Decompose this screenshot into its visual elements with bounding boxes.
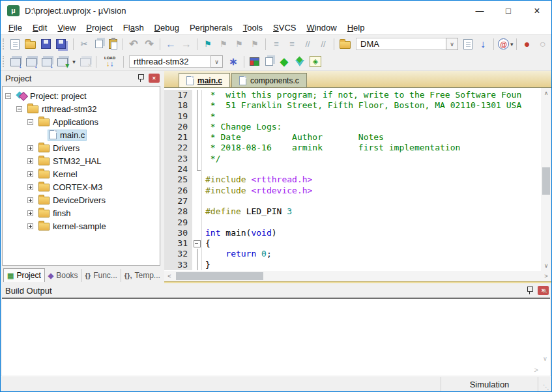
disable-breakpoint-icon[interactable]: ○ xyxy=(536,38,550,51)
scroll-right-icon[interactable]: > xyxy=(541,271,551,281)
project-tree[interactable]: Project: projectrtthread-stm32Applicatio… xyxy=(2,86,160,266)
tab-functions[interactable]: {}Func... xyxy=(82,269,121,282)
editor-tab-main-c[interactable]: main.c xyxy=(179,73,230,87)
batch-build-dropdown-icon[interactable]: ▾ xyxy=(70,55,78,68)
collapse-icon[interactable] xyxy=(16,106,22,112)
collapse-icon[interactable] xyxy=(27,119,33,125)
tree-item-main-c[interactable]: main.c xyxy=(3,128,160,141)
expand-icon[interactable] xyxy=(27,223,33,229)
code-area[interactable]: 17 * with this program; if not, write to… xyxy=(164,88,541,271)
hscroll-thumb[interactable] xyxy=(176,272,263,280)
menu-help[interactable]: Help xyxy=(342,21,370,34)
expand-icon[interactable] xyxy=(27,145,33,151)
tree-item-kernel-sample[interactable]: kernel-sample xyxy=(3,219,160,232)
select-packs-icon[interactable] xyxy=(295,60,304,66)
translate-icon[interactable]: ↓ xyxy=(10,58,21,66)
next-bookmark-icon[interactable]: ⚑ xyxy=(232,38,246,51)
maximize-button[interactable]: □ xyxy=(494,1,523,21)
toolbar-grip[interactable] xyxy=(3,38,5,49)
scroll-up-icon[interactable]: ∧ xyxy=(543,287,547,294)
fold-collapse-icon[interactable] xyxy=(193,238,202,249)
find-in-files-icon[interactable] xyxy=(340,41,351,49)
search-combo[interactable]: DMA∨ xyxy=(356,38,458,50)
build-output-content[interactable] xyxy=(2,298,550,376)
clear-bookmarks-icon[interactable]: ⚑ xyxy=(248,38,262,51)
minimize-button[interactable]: — xyxy=(465,1,494,21)
rebuild-icon[interactable]: ↓ xyxy=(42,58,52,66)
uncomment-icon[interactable]: // xyxy=(316,38,330,51)
expand-icon[interactable] xyxy=(27,171,33,177)
prev-bookmark-icon[interactable]: ⚑ xyxy=(216,38,231,51)
menu-window[interactable]: Window xyxy=(301,21,341,34)
project-panel-close-icon[interactable]: × xyxy=(149,74,160,83)
expand-icon[interactable] xyxy=(27,210,33,216)
expand-icon[interactable] xyxy=(27,184,33,190)
batch-build-icon[interactable]: ▾ xyxy=(57,58,68,66)
menu-file[interactable]: File xyxy=(3,21,27,34)
pin-icon[interactable] xyxy=(526,286,533,295)
manage-books-icon[interactable] xyxy=(265,57,273,66)
menu-svcs[interactable]: SVCS xyxy=(268,21,301,34)
scroll-down-icon[interactable]: ∨ xyxy=(543,355,547,362)
new-file-icon[interactable] xyxy=(10,39,20,49)
target-combo-dropdown-icon[interactable]: ∨ xyxy=(211,55,223,68)
target-combo[interactable]: rtthread-stm32∨ xyxy=(129,55,223,68)
navigate-forward-icon[interactable]: → xyxy=(179,38,194,51)
cut-icon[interactable]: ✂ xyxy=(77,38,91,51)
save-icon[interactable] xyxy=(41,39,51,49)
menu-project[interactable]: Project xyxy=(81,21,117,34)
insert-breakpoint-icon[interactable]: ● xyxy=(520,38,534,51)
incremental-find-icon[interactable]: ↓ xyxy=(476,38,490,51)
tree-item-drivers[interactable]: Drivers xyxy=(3,141,160,154)
tree-item-project-project[interactable]: Project: project xyxy=(3,89,160,102)
editor-tab-components-c[interactable]: components.c xyxy=(231,73,307,87)
build-output-vscrollbar[interactable]: ∧ ∨ xyxy=(540,287,550,362)
menu-flash[interactable]: Flash xyxy=(118,21,149,34)
code-search-dropdown-icon[interactable]: ▾ xyxy=(510,38,514,51)
menu-edit[interactable]: Edit xyxy=(27,21,52,34)
scroll-down-icon[interactable]: ∨ xyxy=(541,260,551,271)
scroll-left-icon[interactable]: < xyxy=(164,271,175,281)
resize-grip-icon[interactable]: ⋱ xyxy=(538,377,551,391)
collapse-icon[interactable] xyxy=(5,93,11,99)
tree-item-stm32-hal[interactable]: STM32_HAL xyxy=(3,154,160,167)
comment-icon[interactable]: // xyxy=(300,38,315,51)
indent-icon[interactable]: ≡ xyxy=(269,38,283,51)
expand-icon[interactable] xyxy=(27,158,33,164)
target-options-icon[interactable]: ∗ xyxy=(226,55,240,68)
menu-debug[interactable]: Debug xyxy=(149,21,184,34)
redo-icon[interactable]: ↷ xyxy=(142,38,156,51)
menu-tools[interactable]: Tools xyxy=(238,21,268,34)
toolbar-grip[interactable] xyxy=(3,56,5,67)
tree-item-cortex-m3[interactable]: CORTEX-M3 xyxy=(3,180,160,193)
save-all-icon[interactable] xyxy=(56,39,66,49)
expand-icon[interactable] xyxy=(27,197,33,203)
paste-icon[interactable] xyxy=(109,39,117,49)
find-icon[interactable] xyxy=(463,39,472,49)
stop-build-icon[interactable]: × xyxy=(80,58,91,66)
tree-item-applications[interactable]: Applications xyxy=(3,115,160,128)
pin-icon[interactable] xyxy=(137,74,144,83)
editor-hscrollbar[interactable]: < > xyxy=(164,271,551,281)
build-icon[interactable]: ↓ xyxy=(26,58,36,66)
scroll-right-icon[interactable]: > xyxy=(534,366,538,374)
vscroll-thumb[interactable] xyxy=(542,167,550,195)
menu-view[interactable]: View xyxy=(52,21,81,34)
menu-peripherals[interactable]: Peripherals xyxy=(184,21,238,34)
open-file-icon[interactable] xyxy=(25,41,36,49)
search-combo-dropdown-icon[interactable]: ∨ xyxy=(446,38,458,50)
code-search-icon[interactable]: @ xyxy=(498,38,509,49)
outdent-icon[interactable]: ≡ xyxy=(285,38,299,51)
close-button[interactable]: × xyxy=(523,1,551,21)
editor-vscrollbar[interactable]: ∧ ∨ xyxy=(541,88,551,271)
tree-item-kernel[interactable]: Kernel xyxy=(3,167,160,180)
scroll-up-icon[interactable]: ∧ xyxy=(541,88,551,98)
undo-icon[interactable]: ↶ xyxy=(126,38,141,51)
copy-icon[interactable] xyxy=(95,40,103,48)
runtime-environment-icon[interactable]: ◈ xyxy=(310,56,321,67)
tab-project[interactable]: ▦Project xyxy=(3,268,45,282)
tree-item-rtthread-stm32[interactable]: rtthread-stm32 xyxy=(3,102,160,115)
tab-books[interactable]: ◆Books xyxy=(45,269,82,282)
tab-templates[interactable]: {},Temp... xyxy=(121,269,164,282)
download-icon[interactable]: LOAD↓↓ xyxy=(101,55,119,68)
